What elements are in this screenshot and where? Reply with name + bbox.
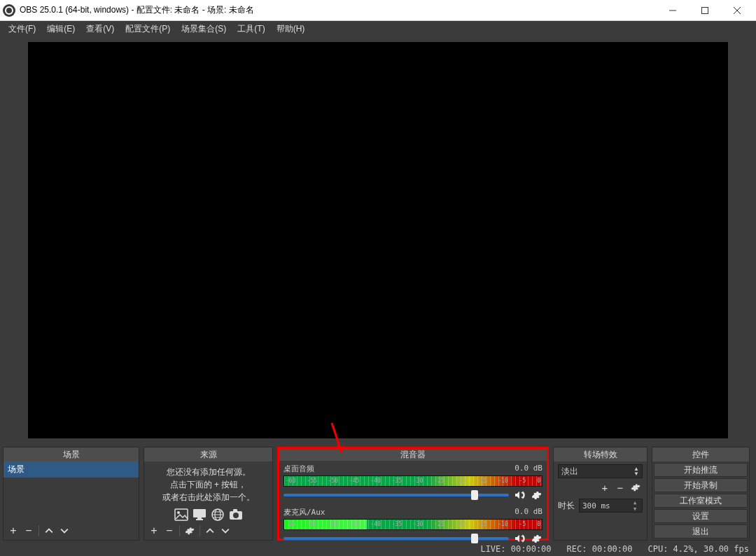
titlebar: OBS 25.0.1 (64-bit, windows) - 配置文件: 未命名… <box>0 0 756 21</box>
duration-input[interactable]: 300 ms ▲▼ <box>579 499 643 513</box>
svg-rect-6 <box>196 519 203 520</box>
scene-remove-button[interactable]: − <box>22 524 36 538</box>
dock-scenes-header[interactable]: 场景 <box>4 447 139 461</box>
mixer-channel-name: 麦克风/Aux <box>284 507 326 517</box>
gear-icon[interactable] <box>530 532 542 545</box>
minimize-button[interactable] <box>657 0 689 21</box>
status-rec: REC: 00:00:00 <box>567 544 633 554</box>
maximize-button[interactable] <box>689 0 721 21</box>
mixer-meter: -60-55-50-45-40-35-30-25-20-15-10-50 <box>284 519 542 530</box>
start-record-button[interactable]: 开始录制 <box>654 478 748 492</box>
menu-view[interactable]: 查看(V) <box>80 22 120 36</box>
spinner-arrows-icon[interactable]: ▲▼ <box>631 499 639 512</box>
scene-add-button[interactable]: + <box>6 524 20 538</box>
camera-icon <box>228 508 244 522</box>
gear-icon[interactable] <box>530 489 542 501</box>
sources-hint-line: 点击下面的 + 按钮， <box>150 478 267 491</box>
menu-file[interactable]: 文件(F) <box>3 22 41 36</box>
sources-hint: 您还没有添加任何源。 点击下面的 + 按钮， 或者右击此处添加一个。 <box>144 461 272 508</box>
dock-transitions: 转场特效 淡出 ▲▼ + − 时长 300 ms ▲▼ <box>553 447 648 541</box>
sources-hint-line: 或者右击此处添加一个。 <box>150 491 267 503</box>
menu-tools[interactable]: 工具(T) <box>232 22 270 36</box>
mixer-channel: 桌面音频 0.0 dB -60-55-50-45-40-35-30-25-20-… <box>284 464 542 501</box>
source-add-button[interactable]: + <box>147 524 161 538</box>
menu-profile[interactable]: 配置文件(P) <box>120 22 176 36</box>
svg-rect-2 <box>175 509 188 520</box>
menu-edit[interactable]: 编辑(E) <box>41 22 80 36</box>
mixer-channel-name: 桌面音频 <box>284 464 314 474</box>
settings-button[interactable]: 设置 <box>654 509 748 523</box>
status-cpu: CPU: 4.2%, 30.00 fps <box>648 544 750 554</box>
chevron-updown-icon: ▲▼ <box>634 466 639 476</box>
transition-select[interactable]: 淡出 ▲▼ <box>558 464 643 478</box>
scene-item[interactable]: 场景 <box>4 461 139 478</box>
duration-value: 300 ms <box>582 501 610 510</box>
dock-scenes: 场景 场景 + − <box>3 447 139 541</box>
transition-add-button[interactable]: + <box>598 480 612 494</box>
sources-toolbar: + − <box>144 522 272 540</box>
menubar: 文件(F) 编辑(E) 查看(V) 配置文件(P) 场景集合(S) 工具(T) … <box>0 21 756 36</box>
docks: 场景 场景 + − 来源 您还没有添加任何源。 点击下面的 + 按钮， 或者右击… <box>0 444 756 542</box>
exit-button[interactable]: 退出 <box>654 524 748 538</box>
scene-down-button[interactable] <box>57 524 71 538</box>
svg-rect-0 <box>702 7 708 13</box>
mixer-volume-slider[interactable] <box>284 494 509 496</box>
transition-select-value: 淡出 <box>561 466 578 478</box>
source-settings-button[interactable] <box>183 524 197 538</box>
window-title: OBS 25.0.1 (64-bit, windows) - 配置文件: 未命名… <box>20 4 657 16</box>
transition-remove-button[interactable]: − <box>613 480 627 494</box>
dock-controls-header[interactable]: 控件 <box>652 447 749 461</box>
dock-sources: 来源 您还没有添加任何源。 点击下面的 + 按钮， 或者右击此处添加一个。 + … <box>144 447 273 541</box>
dock-transitions-header[interactable]: 转场特效 <box>554 447 647 461</box>
preview-canvas[interactable] <box>28 42 728 438</box>
source-up-button[interactable] <box>203 524 217 538</box>
slider-thumb[interactable] <box>471 534 478 543</box>
dock-mixer: 混音器 桌面音频 0.0 dB -60-55-50-45-40-35-30-25… <box>277 447 549 541</box>
dock-controls: 控件 开始推流 开始录制 工作室模式 设置 退出 <box>652 447 750 541</box>
image-icon <box>174 508 189 522</box>
start-stream-button[interactable]: 开始推流 <box>654 463 748 477</box>
mixer-meter: -60-55-50-45-40-35-30-25-20-15-10-50 <box>284 475 542 487</box>
app-icon <box>3 4 15 17</box>
dock-mixer-header[interactable]: 混音器 <box>279 449 547 461</box>
svg-rect-4 <box>193 509 206 517</box>
svg-rect-10 <box>233 509 237 512</box>
menu-scene-collection[interactable]: 场景集合(S) <box>176 22 232 36</box>
globe-icon <box>210 508 225 522</box>
menu-help[interactable]: 帮助(H) <box>271 22 311 36</box>
mixer-channel-db: 0.0 dB <box>514 464 542 474</box>
preview-area <box>0 36 756 444</box>
sources-hint-line: 您还没有添加任何源。 <box>150 466 267 478</box>
mixer-volume-slider[interactable] <box>284 537 509 540</box>
svg-point-11 <box>233 513 239 518</box>
slider-thumb[interactable] <box>471 490 478 500</box>
transition-settings-button[interactable] <box>629 480 643 494</box>
mixer-channel: 麦克风/Aux 0.0 dB -60-55-50-45-40-35-30-25-… <box>284 507 542 545</box>
svg-rect-5 <box>197 517 202 519</box>
close-button[interactable] <box>721 0 753 21</box>
speaker-icon[interactable] <box>513 532 526 545</box>
scenes-toolbar: + − <box>4 522 139 540</box>
dock-sources-header[interactable]: 来源 <box>144 447 272 461</box>
source-down-button[interactable] <box>218 524 232 538</box>
scene-up-button[interactable] <box>42 524 56 538</box>
display-icon <box>192 508 207 522</box>
svg-point-3 <box>177 511 180 514</box>
duration-label: 时长 <box>558 500 575 512</box>
speaker-icon[interactable] <box>513 489 526 501</box>
mixer-channel-db: 0.0 dB <box>514 507 542 517</box>
source-remove-button[interactable]: − <box>162 524 176 538</box>
studio-mode-button[interactable]: 工作室模式 <box>654 494 748 508</box>
